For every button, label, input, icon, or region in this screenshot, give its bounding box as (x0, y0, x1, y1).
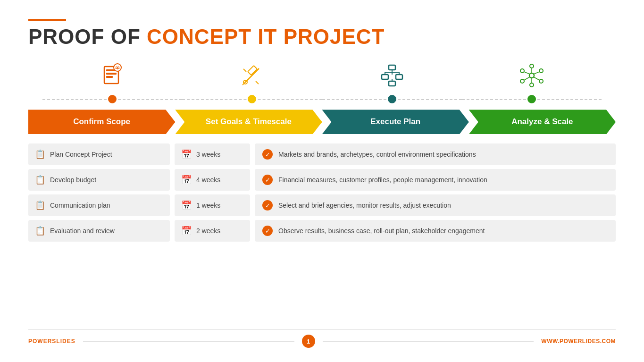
tasks-column: 📋 Plan Concept Project 📋 Develop budget … (28, 143, 170, 325)
footer-line-left (83, 341, 294, 342)
svg-rect-3 (106, 76, 113, 78)
svg-line-33 (524, 72, 530, 74)
duration-row-3: 📅 1 weeks (175, 194, 250, 216)
brand-part1: POWER (28, 338, 52, 345)
svg-point-27 (520, 69, 524, 73)
task-icon-2: 📋 (35, 175, 45, 185)
content-area: 📋 Plan Concept Project 📋 Develop budget … (28, 143, 616, 325)
header-accent-line (28, 19, 66, 21)
phase-banner-1: Confirm Scope (28, 109, 175, 134)
svg-rect-6 (248, 66, 257, 75)
duration-icon-2: 📅 (181, 175, 192, 185)
svg-line-7 (243, 69, 246, 72)
set-goals-icon (238, 61, 266, 90)
check-icon-1: ✓ (262, 149, 273, 160)
svg-rect-12 (382, 75, 388, 79)
task-icon-1: 📋 (35, 149, 45, 160)
timeline-row (28, 93, 616, 105)
duration-row-4: 📅 2 weeks (175, 220, 250, 242)
svg-rect-2 (106, 73, 117, 75)
duration-icon-4: 📅 (181, 226, 192, 236)
footer: POWERSLIDES 1 WWW.POWERLIDES.COM (28, 329, 616, 348)
footer-line-right (323, 341, 534, 342)
details-column: ✓ Markets and brands, archetypes, contro… (255, 143, 616, 325)
timeline-section-2 (182, 95, 322, 103)
brand-part2: SLIDES (52, 338, 75, 345)
phase3-icon-col (322, 61, 462, 93)
duration-column: 📅 3 weeks 📅 4 weeks 📅 1 weeks 📅 2 weeks (175, 143, 250, 325)
dot-2 (248, 95, 256, 103)
dot-3 (388, 95, 396, 103)
phase-banner-4: Analyze & Scale (469, 109, 616, 134)
svg-line-8 (256, 81, 259, 84)
icons-row (28, 61, 616, 93)
svg-rect-14 (389, 81, 395, 86)
task-icon-3: 📋 (35, 200, 45, 210)
timeline-section-3 (322, 95, 462, 103)
svg-line-29 (534, 72, 540, 74)
check-icon-3: ✓ (262, 200, 273, 210)
svg-point-26 (520, 79, 524, 83)
svg-rect-11 (389, 65, 395, 70)
duration-icon-1: 📅 (181, 149, 192, 160)
svg-line-32 (524, 77, 530, 80)
analyze-scale-icon (518, 61, 546, 90)
svg-line-30 (534, 77, 540, 80)
svg-point-25 (530, 83, 534, 87)
detail-row-3: ✓ Select and brief agencies, monitor res… (255, 194, 616, 216)
dot-4 (527, 95, 536, 103)
dot-1 (108, 95, 117, 103)
duration-row-1: 📅 3 weeks (175, 143, 250, 165)
task-icon-4: 📋 (35, 226, 45, 236)
title-part2: CONCEPT IT PROJECT (147, 25, 385, 48)
detail-row-4: ✓ Observe results, business case, roll-o… (255, 220, 616, 242)
check-icon-4: ✓ (262, 226, 273, 236)
timeline-section-1 (42, 95, 182, 103)
detail-row-1: ✓ Markets and brands, archetypes, contro… (255, 143, 616, 165)
phase1-icon-col (42, 61, 182, 93)
confirm-scope-icon (98, 61, 126, 90)
slide: PROOF OF CONCEPT IT PROJECT (0, 0, 644, 362)
check-icon-2: ✓ (262, 175, 273, 185)
brand-logo: POWERSLIDES (28, 338, 75, 345)
phase-banner-2: Set Goals & Timescale (175, 109, 322, 134)
task-row-3: 📋 Communication plan (28, 194, 170, 216)
svg-point-21 (529, 73, 534, 78)
svg-point-22 (530, 64, 534, 68)
svg-point-23 (539, 69, 543, 73)
title-part1: PROOF OF (28, 25, 147, 48)
phase-banner-3: Execute Plan (322, 109, 469, 134)
detail-row-2: ✓ Financial measures, customer profiles,… (255, 169, 616, 191)
task-row-4: 📋 Evaluation and review (28, 220, 170, 242)
phase2-icon-col (182, 61, 322, 93)
svg-rect-13 (396, 75, 402, 79)
phase-banners-row: Confirm Scope Set Goals & Timescale Exec… (28, 109, 616, 134)
page-number: 1 (302, 335, 315, 348)
duration-icon-3: 📅 (181, 200, 192, 210)
svg-point-24 (539, 79, 543, 83)
timeline-section-4 (462, 95, 602, 103)
task-row-1: 📋 Plan Concept Project (28, 143, 170, 165)
footer-website: WWW.POWERLIDES.COM (541, 338, 616, 345)
phase4-icon-col (462, 61, 602, 93)
task-row-2: 📋 Develop budget (28, 169, 170, 191)
duration-row-2: 📅 4 weeks (175, 169, 250, 191)
execute-plan-icon (378, 61, 406, 90)
slide-title: PROOF OF CONCEPT IT PROJECT (28, 25, 616, 48)
